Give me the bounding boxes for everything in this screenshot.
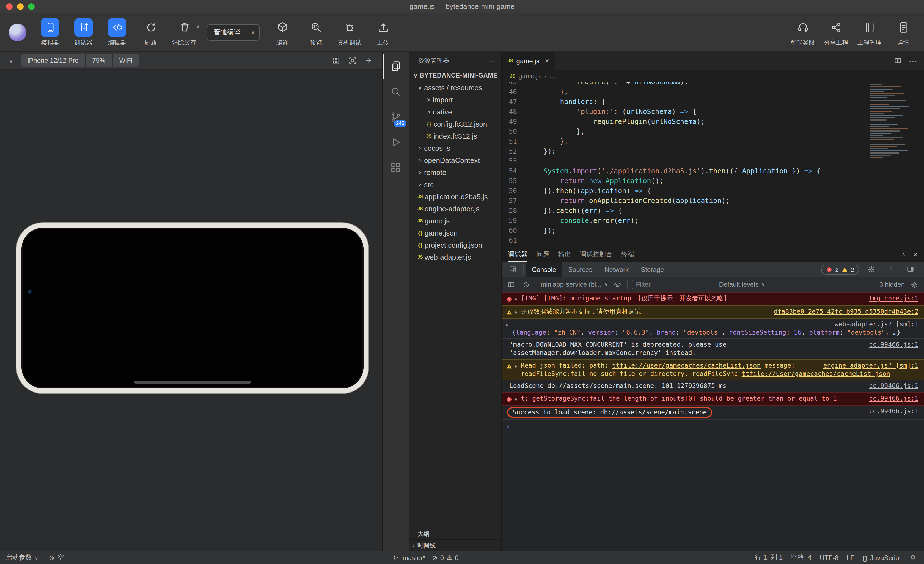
activity-item-scm[interactable]: 245 xyxy=(383,105,409,130)
more-actions-icon[interactable]: ⋯ xyxy=(489,56,496,65)
toolbar-button-support[interactable]: 智能客服 xyxy=(790,18,814,47)
outline-section[interactable]: ›大纲 xyxy=(409,528,501,539)
console-source-link[interactable]: cc.99466.js:1 xyxy=(869,407,918,415)
console-settings-icon[interactable] xyxy=(909,280,920,289)
compile-mode-dropdown[interactable]: 普通编译∨ xyxy=(207,24,260,41)
console-source-link[interactable]: dfa83be0-2e75-42fc-b935-d5350df4b43e:2 xyxy=(774,308,918,316)
toolbar-button-project-manage[interactable]: 工程管理 xyxy=(858,18,882,47)
console-source-link[interactable]: cc.99466.js:1 xyxy=(869,341,918,349)
dock-side-icon[interactable] xyxy=(903,265,918,274)
devtools-tab-network[interactable]: Network xyxy=(598,262,635,277)
kebab-menu-icon[interactable]: ⋮ xyxy=(884,266,898,273)
activity-item-debug[interactable] xyxy=(383,130,409,155)
tree-item[interactable]: >native xyxy=(409,106,501,118)
breadcrumb-file[interactable]: game.js xyxy=(519,73,541,79)
tree-item[interactable]: >cocos-js xyxy=(409,142,501,154)
tree-item[interactable]: >remote xyxy=(409,166,501,178)
activity-item-explorer[interactable] xyxy=(383,54,409,79)
eol[interactable]: LF xyxy=(847,554,854,561)
expand-triangle-icon[interactable]: ▶ xyxy=(515,395,518,403)
close-button[interactable] xyxy=(6,3,13,10)
issue-counts[interactable]: 22 xyxy=(821,265,860,274)
context-selector[interactable]: miniapp-service (bl... ∨ xyxy=(541,281,608,288)
inline-link[interactable]: ttfile://user/gamecaches/cacheList.json xyxy=(742,370,890,378)
encoding[interactable]: UTF-8 xyxy=(820,554,838,561)
toolbar-button-refresh[interactable]: 刷新 xyxy=(139,18,163,47)
branch-indicator[interactable]: master* xyxy=(393,554,425,561)
zoom-level[interactable]: 75% xyxy=(86,54,113,67)
open-external-icon[interactable] xyxy=(364,56,374,65)
device-screen[interactable] xyxy=(21,228,363,388)
panel-tab-debug-console[interactable]: 调试控制台 xyxy=(580,247,612,262)
tree-item[interactable]: >openDataContext xyxy=(409,154,501,166)
launch-params-dropdown[interactable]: 启动参数 ∨ xyxy=(6,553,38,562)
console-prompt[interactable]: › xyxy=(502,420,924,433)
toolbar-button-simulator[interactable]: 模拟器 xyxy=(38,18,62,47)
tree-item[interactable]: ∨assets / resources xyxy=(409,81,501,93)
toolbar-button-share-project[interactable]: 分享工程 xyxy=(824,18,848,47)
grid-icon[interactable] xyxy=(332,56,340,65)
chevron-down-icon[interactable]: ∨ xyxy=(6,55,16,66)
zoom-button[interactable] xyxy=(28,3,34,10)
tree-item[interactable]: >src xyxy=(409,178,501,190)
split-editor-icon[interactable] xyxy=(894,57,902,65)
minimize-button[interactable] xyxy=(17,3,24,10)
minimap[interactable] xyxy=(870,84,916,172)
settings-gear-icon[interactable] xyxy=(864,265,879,274)
network-type[interactable]: WiFi xyxy=(113,54,139,67)
timeline-section[interactable]: ›时间线 xyxy=(409,539,501,551)
activity-item-extensions[interactable] xyxy=(383,155,409,180)
language-mode[interactable]: {}JavaScript xyxy=(862,554,901,561)
toolbar-button-upload[interactable]: 上传 xyxy=(371,18,395,47)
panel-tab-terminal[interactable]: 终端 xyxy=(621,247,634,262)
expand-triangle-icon[interactable]: ▶ xyxy=(515,308,518,316)
toolbar-button-debugger[interactable]: 调试器 xyxy=(72,18,96,47)
live-expression-icon[interactable] xyxy=(612,280,623,289)
editor-tab-game-js[interactable]: JS game.js × xyxy=(502,52,556,70)
indent-setting[interactable]: 空格: 4 xyxy=(791,553,812,562)
device-name[interactable]: iPhone 12/12 Pro xyxy=(21,54,86,67)
code-editor[interactable]: 45 require('.' + urlNoSchema);46 },47 ha… xyxy=(502,82,924,247)
breadcrumb-more[interactable]: … xyxy=(549,73,555,79)
panel-tab-problems[interactable]: 问题 xyxy=(537,247,549,262)
close-panel-icon[interactable]: × xyxy=(913,251,917,258)
tree-item[interactable]: JSweb-adapter.js xyxy=(409,251,501,263)
toolbar-button-clear-cache[interactable]: ∨清除缓存 xyxy=(172,18,196,47)
console-source-link[interactable]: web-adapter.js? [sm]:1 xyxy=(835,320,918,328)
expand-triangle-icon[interactable]: ▶ xyxy=(515,295,518,303)
devtools-tab-storage[interactable]: Storage xyxy=(635,262,670,277)
avatar[interactable] xyxy=(9,23,26,41)
toolbar-button-compile[interactable]: 编译 xyxy=(270,18,294,47)
console-sidebar-icon[interactable] xyxy=(506,280,516,289)
tree-item[interactable]: >import xyxy=(409,93,501,106)
tree-item[interactable]: JSengine-adapter.js xyxy=(409,203,501,215)
device-toolbar-icon[interactable] xyxy=(505,262,521,277)
editor-more-actions-icon[interactable]: ⋯ xyxy=(909,56,917,66)
toolbar-button-editor[interactable]: 编辑器 xyxy=(105,18,129,47)
notifications-bell-icon[interactable] xyxy=(909,554,917,561)
expand-triangle-icon[interactable]: ▶ xyxy=(506,321,509,329)
clear-console-icon[interactable] xyxy=(521,280,531,289)
tree-item[interactable]: {}config.fc312.json xyxy=(409,118,501,130)
activity-item-search[interactable] xyxy=(383,79,409,105)
console-source-link[interactable]: cc.99466.js:1 xyxy=(869,382,918,390)
console-source-link[interactable]: tmg-core.js:1 xyxy=(869,294,918,302)
filter-input[interactable] xyxy=(632,280,715,289)
devtools-tab-console[interactable]: Console xyxy=(526,262,562,277)
breadcrumb[interactable]: JS game.js › … xyxy=(502,70,924,82)
tree-item[interactable]: JSgame.js xyxy=(409,215,501,227)
tree-item[interactable]: {}game.json xyxy=(409,227,501,239)
inline-link[interactable]: ttfile://user/gamecaches/cacheList.json xyxy=(612,361,760,369)
close-icon[interactable]: × xyxy=(545,57,549,65)
tree-item-root[interactable]: ∨BYTEDANCE-MINI-GAME xyxy=(409,69,501,81)
toolbar-button-details[interactable]: 详情 xyxy=(891,18,915,47)
launch-params-value[interactable]: 空 xyxy=(48,553,64,562)
maximize-panel-icon[interactable]: ∧ xyxy=(902,251,906,257)
default-levels-dropdown[interactable]: Default levels ∨ xyxy=(719,281,765,288)
panel-tab-output[interactable]: 输出 xyxy=(558,247,571,262)
tree-item[interactable]: JSindex.fc312.js xyxy=(409,130,501,142)
tree-item[interactable]: JSapplication.d2ba5.js xyxy=(409,190,501,203)
toolbar-button-preview[interactable]: 预览 xyxy=(304,18,328,47)
toolbar-button-device-debug[interactable]: 真机调试 xyxy=(338,18,362,47)
panel-tab-debugger[interactable]: 调试器 xyxy=(508,247,528,262)
